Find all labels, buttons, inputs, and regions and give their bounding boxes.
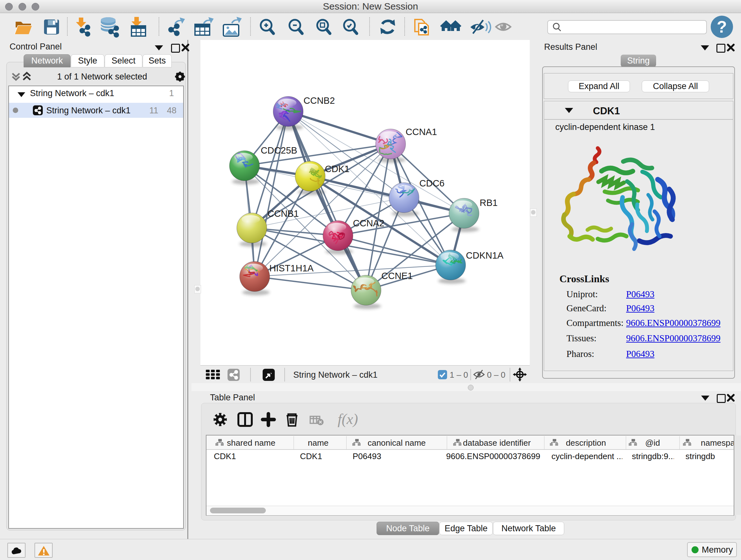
svg-text:HIST1H1A: HIST1H1A <box>269 263 314 273</box>
svg-text:CDKN1A: CDKN1A <box>466 250 503 260</box>
svg-text:0 – 0: 0 – 0 <box>487 370 506 380</box>
svg-text:RB1: RB1 <box>480 198 497 208</box>
svg-text:1 – 0: 1 – 0 <box>450 370 468 380</box>
svg-text:CDK1: CDK1 <box>325 164 349 174</box>
svg-text:String Network – cdk1: String Network – cdk1 <box>293 370 378 380</box>
svg-text:CCNA1: CCNA1 <box>406 127 437 137</box>
svg-text:CDC25B: CDC25B <box>261 145 297 155</box>
svg-text:f(x): f(x) <box>338 411 358 427</box>
svg-text:CCNB1: CCNB1 <box>267 208 299 219</box>
svg-text:CCNA2: CCNA2 <box>353 218 384 228</box>
svg-text:CCNB2: CCNB2 <box>304 96 335 106</box>
svg-text:CDC6: CDC6 <box>419 178 445 188</box>
svg-text:CCNE1: CCNE1 <box>381 271 413 281</box>
